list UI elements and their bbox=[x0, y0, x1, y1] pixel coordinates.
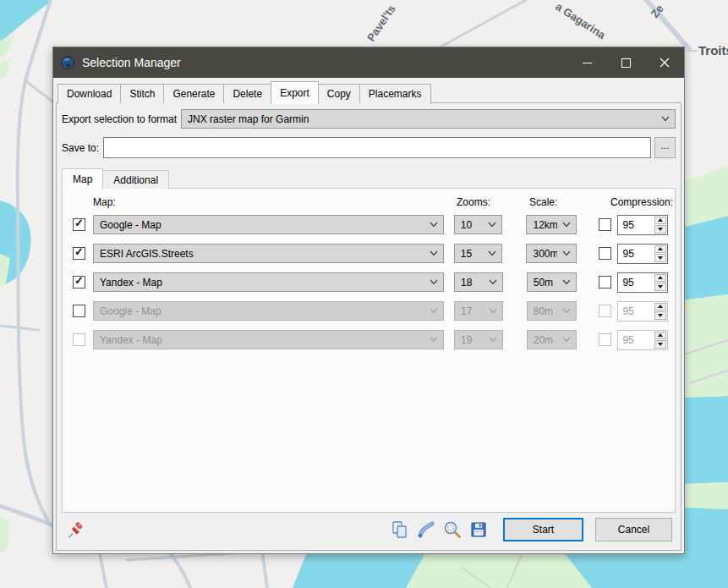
save-to-label: Save to: bbox=[62, 142, 99, 154]
browse-button[interactable]: ... bbox=[654, 137, 676, 158]
spin-down-button[interactable] bbox=[654, 254, 666, 262]
overlay-checkbox[interactable] bbox=[599, 276, 611, 289]
save-button[interactable] bbox=[468, 519, 490, 541]
arrow-up-icon bbox=[658, 218, 663, 222]
arrow-up-icon bbox=[658, 247, 663, 250]
scale-select[interactable]: 12km bbox=[526, 215, 577, 234]
arrow-up-icon bbox=[658, 305, 663, 308]
selection-manager-dialog: Selection Manager Download Stitch Genera… bbox=[52, 47, 685, 554]
map-enabled-checkbox[interactable] bbox=[73, 218, 85, 231]
compression-spinner[interactable]: 95 bbox=[617, 215, 668, 235]
spin-up-button[interactable] bbox=[654, 217, 666, 225]
export-format-select[interactable]: JNX raster map for Garmin bbox=[181, 109, 676, 129]
tab-stitch[interactable]: Stitch bbox=[120, 84, 164, 103]
overlay-checkbox bbox=[599, 333, 611, 346]
overlay-checkbox[interactable] bbox=[599, 247, 611, 260]
save-to-input[interactable] bbox=[103, 137, 651, 158]
main-tabs: Download Stitch Generate Delete Export C… bbox=[56, 81, 681, 103]
chevron-down-icon bbox=[424, 302, 443, 320]
compression-spinner: 95 bbox=[617, 330, 668, 350]
chevron-down-icon bbox=[424, 331, 443, 349]
map-select[interactable]: Yandex - Map bbox=[93, 272, 444, 292]
window-controls bbox=[567, 47, 684, 78]
close-icon bbox=[660, 58, 670, 68]
subtab-map[interactable]: Map bbox=[62, 168, 103, 190]
tab-download[interactable]: Download bbox=[57, 84, 121, 103]
chevron-down-icon bbox=[557, 273, 576, 291]
start-button[interactable]: Start bbox=[503, 518, 583, 541]
map-enabled-checkbox[interactable] bbox=[73, 276, 85, 289]
compression-spinner[interactable]: 95 bbox=[617, 272, 668, 293]
map-enabled-checkbox[interactable] bbox=[73, 305, 85, 317]
arrow-down-icon bbox=[658, 228, 663, 231]
column-headers: Map: Zooms: Scale: Compression: bbox=[73, 194, 668, 214]
zoom-select: 17 bbox=[454, 301, 503, 321]
subtab-additional[interactable]: Additional bbox=[102, 170, 169, 189]
scale-select[interactable]: 300m bbox=[526, 244, 577, 263]
zoom-select[interactable]: 15 bbox=[454, 244, 503, 263]
tab-generate[interactable]: Generate bbox=[163, 84, 224, 103]
sub-tabs: Map Additional bbox=[62, 168, 676, 189]
map-select: Yandex - Map bbox=[93, 330, 444, 349]
spin-down-button[interactable] bbox=[654, 283, 666, 291]
chevron-down-icon bbox=[483, 245, 501, 262]
scale-select: 80m bbox=[527, 301, 577, 321]
compression-spinner: 95 bbox=[617, 301, 668, 321]
route-icon bbox=[416, 519, 436, 540]
footer-toolbar: Start Cancel bbox=[62, 513, 676, 548]
spin-down-button[interactable] bbox=[654, 225, 666, 234]
header-map: Map: bbox=[93, 196, 116, 208]
pin-button[interactable] bbox=[65, 519, 87, 541]
tab-delete[interactable]: Delete bbox=[223, 84, 271, 103]
save-to-row: Save to: ... bbox=[62, 137, 676, 158]
map-row: ESRI ArcGIS.Streets 15 300m bbox=[73, 243, 668, 264]
minimize-icon bbox=[583, 63, 592, 63]
arrow-up-icon bbox=[658, 333, 663, 337]
tab-export[interactable]: Export bbox=[271, 81, 319, 104]
chevron-down-icon bbox=[557, 302, 576, 320]
copy-button[interactable] bbox=[389, 519, 411, 541]
zoom-select[interactable]: 10 bbox=[454, 215, 503, 234]
tab-copy[interactable]: Copy bbox=[318, 84, 360, 103]
scale-select[interactable]: 50m bbox=[527, 272, 577, 292]
export-tab-page: Export selection to format JNX raster ma… bbox=[56, 102, 681, 551]
close-button[interactable] bbox=[645, 47, 684, 78]
chevron-down-icon bbox=[484, 302, 502, 320]
map-settings-panel: Map: Zooms: Scale: Compression: Google -… bbox=[62, 188, 676, 513]
zoom-select[interactable]: 18 bbox=[454, 272, 503, 292]
zoom-selection-button[interactable] bbox=[441, 519, 463, 541]
header-compression: Compression: bbox=[610, 196, 673, 208]
compression-spinner[interactable]: 95 bbox=[617, 244, 668, 264]
minimize-button[interactable] bbox=[567, 47, 606, 78]
window-title: Selection Manager bbox=[82, 56, 181, 69]
chevron-down-icon bbox=[484, 331, 502, 349]
cancel-button[interactable]: Cancel bbox=[595, 518, 672, 541]
chevron-down-icon bbox=[484, 273, 502, 291]
map-select[interactable]: ESRI ArcGIS.Streets bbox=[93, 244, 444, 263]
map-row: Yandex - Map 19 20m 95 bbox=[73, 329, 668, 350]
map-select: Google - Map bbox=[93, 301, 444, 321]
chevron-down-icon bbox=[557, 331, 576, 349]
overlay-checkbox[interactable] bbox=[599, 218, 611, 231]
map-select[interactable]: Google - Map bbox=[93, 215, 444, 234]
dialog-body: Download Stitch Generate Delete Export C… bbox=[53, 78, 684, 553]
map-enabled-checkbox bbox=[73, 333, 85, 346]
chevron-down-icon bbox=[483, 216, 501, 234]
chevron-down-icon bbox=[424, 216, 443, 234]
arrow-up-icon bbox=[658, 276, 663, 279]
spin-up-button[interactable] bbox=[654, 245, 666, 254]
zoom-selection-icon bbox=[442, 519, 463, 540]
arrow-down-icon bbox=[658, 314, 663, 317]
chevron-down-icon bbox=[424, 245, 443, 262]
tab-placemarks[interactable]: Placemarks bbox=[359, 84, 431, 103]
chevron-down-icon bbox=[557, 245, 576, 262]
arrow-down-icon bbox=[658, 256, 663, 260]
map-enabled-checkbox[interactable] bbox=[73, 247, 85, 260]
copy-icon bbox=[390, 519, 410, 540]
spin-up-button[interactable] bbox=[654, 274, 666, 283]
scale-select: 20m bbox=[527, 330, 577, 349]
titlebar[interactable]: Selection Manager bbox=[53, 47, 684, 78]
maximize-button[interactable] bbox=[606, 47, 645, 78]
pin-icon bbox=[66, 519, 86, 540]
route-button[interactable] bbox=[415, 519, 437, 541]
